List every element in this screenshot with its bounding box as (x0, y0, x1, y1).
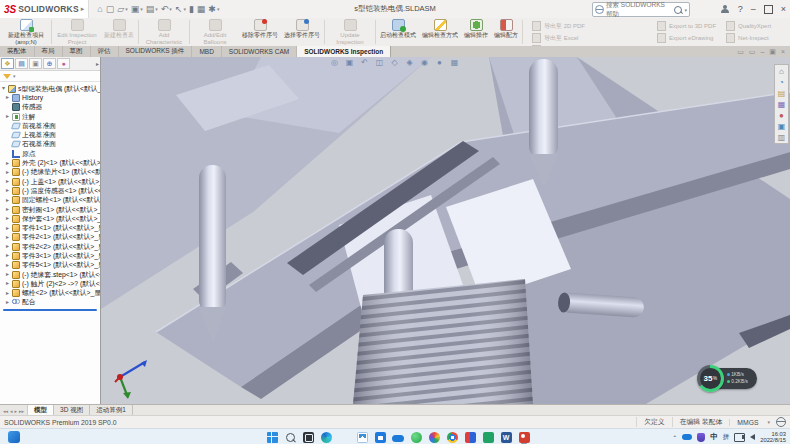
export-excel-button[interactable]: 导出至 Excel (532, 33, 647, 43)
search-icon[interactable] (674, 6, 682, 14)
scene-icon[interactable]: ▦ (449, 57, 460, 68)
onedrive-tray-icon[interactable] (682, 434, 692, 440)
edit-recipe-button[interactable]: 编辑配方 (491, 18, 521, 46)
previous-view-icon[interactable]: ↶ (359, 57, 370, 68)
rollback-bar[interactable] (3, 309, 97, 311)
tree-filter[interactable]: ▾ (0, 71, 100, 82)
qualityxpert-button[interactable]: QualityXpert (726, 21, 771, 31)
tab-layout[interactable]: 布局 (35, 46, 63, 57)
hide-show-items-icon[interactable]: ◉ (419, 57, 430, 68)
custom-properties-icon[interactable]: ▣ (776, 121, 787, 131)
minimize-doc-icon[interactable]: – (760, 48, 764, 55)
appearance-icon[interactable]: ● (434, 57, 445, 68)
start-icon[interactable] (266, 431, 278, 443)
edge-icon[interactable] (320, 431, 332, 443)
app-rainbow-icon[interactable] (428, 431, 440, 443)
store-icon[interactable] (374, 431, 386, 443)
add-edit-balloons-button[interactable]: Add/Edit Balloons (191, 18, 239, 46)
tree-item[interactable]: ▸密封圈<1> (默认<<默认>_显示状 (0, 205, 100, 214)
view-palette-icon[interactable]: ▦ (776, 99, 787, 109)
clock[interactable]: 16:03 2022/8/15 (760, 431, 786, 444)
file-explorer-icon[interactable]: ▤ (776, 88, 787, 98)
print-icon[interactable]: ▤▾ (146, 3, 158, 15)
select-icon[interactable]: ↖▾ (175, 3, 186, 15)
remove-balloon-button[interactable]: 移除零件序号 (239, 18, 281, 46)
task-view-icon[interactable] (302, 431, 314, 443)
tree-item[interactable]: ▸外壳 (2)<1> (默认<<默认>_显示状 (0, 158, 100, 167)
help-icon[interactable]: ? (738, 0, 743, 18)
new-inspection-sheet-button[interactable]: 新建检查表 (101, 18, 137, 46)
open-icon[interactable]: ▱▾ (117, 3, 127, 15)
select-balloon-button[interactable]: 选择零件序号 (281, 18, 323, 46)
tree-item[interactable]: ▸保护套<1> (默认<<默认>_显示状 (0, 214, 100, 223)
rebuild-icon[interactable]: ▮ (189, 3, 194, 15)
tree-item[interactable]: ▸(-) 温度传感器<1> (默认<<默认>_ (0, 186, 100, 195)
export-edrawing-button[interactable]: Export eDrawing (657, 33, 716, 43)
tree-item[interactable]: ▸(-) 绝缘套.step<1> (默认<<默认 (0, 270, 100, 279)
net-inspect-button[interactable]: Net-Inspect (726, 33, 771, 43)
tree-item[interactable]: ▸零件3<1> (默认<<默认>_显示状 (0, 251, 100, 260)
browser-icon[interactable] (446, 431, 458, 443)
menu-expand-arrow-icon[interactable]: ▸ (81, 5, 85, 13)
app-greensquare-icon[interactable] (482, 431, 494, 443)
zoom-area-icon[interactable]: ▣ (344, 57, 355, 68)
tree-item[interactable]: ▸零件1<1> (默认<<默认>_显示状态 (0, 223, 100, 232)
design-library-icon[interactable]: ◔ (776, 77, 787, 87)
edit-inspection-methods-button[interactable]: 编辑检查方式 (419, 18, 461, 46)
solidworks-logo[interactable]: 3S SOLIDWORKS ▸ (0, 0, 89, 18)
appearances-icon[interactable]: ● (776, 110, 787, 120)
help-search-input[interactable]: 搜索 SOLIDWORKS 帮助 ▾ (592, 2, 690, 17)
display-settings-icon[interactable]: ▦ (197, 3, 206, 15)
tree-item[interactable]: ▸(-) 绝缘垫片<1> (默认<<默认>_显 (0, 168, 100, 177)
tree-item[interactable]: 上视基准面 (0, 130, 100, 139)
scroll-right-icon[interactable]: ▸ (15, 408, 18, 414)
file-explorer-icon[interactable] (338, 431, 350, 443)
tree-item[interactable]: ▸注解 (0, 112, 100, 121)
mail-icon[interactable] (356, 431, 368, 443)
tree-item[interactable]: ▸(-) 触片 (2)<2> ->? (默认<<默认> (0, 279, 100, 288)
tile-window-icon[interactable]: ▭ (749, 48, 756, 56)
speaker-icon[interactable] (750, 434, 755, 440)
scroll-first-icon[interactable]: ◂◂ (3, 408, 8, 414)
close-icon[interactable]: × (781, 0, 786, 18)
filter-dropdown-icon[interactable]: ▾ (13, 73, 16, 79)
forum-icon[interactable]: ▥ (776, 132, 787, 142)
tree-item[interactable]: ▸零件5<1> (默认<<默认>_显示状态 (0, 261, 100, 270)
word-icon[interactable]: W (500, 431, 512, 443)
restore-doc-icon[interactable]: ▣ (769, 48, 776, 56)
start-inspection-mode-button[interactable]: 启动检查模式 (377, 18, 419, 46)
propertymanager-tab-icon[interactable]: ▤ (15, 58, 28, 69)
search-icon[interactable] (284, 431, 296, 443)
onedrive-icon[interactable] (392, 431, 404, 443)
display-style-icon[interactable]: ◈ (404, 57, 415, 68)
save-icon[interactable]: ▣▾ (131, 3, 143, 15)
tree-root-item[interactable]: ▾s型铠装热电偶 (默认<默认_显示状态-1 (0, 84, 100, 93)
dimxpertmanager-tab-icon[interactable]: ⊕ (43, 58, 56, 69)
section-view-icon[interactable]: ◫ (374, 57, 385, 68)
sw-resources-icon[interactable]: ⌂ (776, 66, 787, 76)
tree-item[interactable]: 前视基准面 (0, 121, 100, 130)
panel-tabs-overflow-icon[interactable]: ▸ (96, 60, 99, 67)
add-characteristic-button[interactable]: Add Characteristic (140, 18, 188, 46)
tree-item[interactable]: 右视基准面 (0, 140, 100, 149)
new-window-icon[interactable]: ▭ (737, 48, 744, 56)
new-document-icon[interactable]: ▢ (106, 3, 115, 15)
update-inspection-project-button[interactable]: Update Inspection Project (326, 18, 374, 46)
home-icon[interactable]: ⌂ (97, 3, 102, 15)
zoom-fit-icon[interactable]: ◎ (329, 57, 340, 68)
ime-layout-indicator[interactable]: 拼 (723, 433, 730, 442)
edit-operations-button[interactable]: 编辑操作 (461, 18, 491, 46)
login-icon[interactable] (721, 5, 730, 14)
close-doc-icon[interactable]: × (781, 48, 785, 55)
tree-item[interactable]: ▸零件2<2> (默认<<默认>_显示状 (0, 242, 100, 251)
tree-item[interactable]: ▸History (0, 93, 100, 102)
graphics-viewport[interactable]: ◎▣↶◫◇◈◉●▦ ⌂◔▤▦●▣▥ 35% 1KB/s 0.2KB/s (101, 57, 790, 404)
search-dropdown-icon[interactable]: ▾ (684, 7, 687, 13)
tab-solidworks-inspection[interactable]: SOLIDWORKS Inspection (297, 46, 391, 57)
export-2d-pdf-button[interactable]: 导出至 2D PDF (532, 21, 647, 31)
export-3d-pdf-button[interactable]: Export to 3D PDF (657, 21, 716, 31)
app-green-icon[interactable] (410, 431, 422, 443)
units-selector[interactable]: MMGS (729, 419, 765, 426)
tree-item[interactable]: 原点 (0, 149, 100, 158)
scroll-left-icon[interactable]: ◂ (10, 408, 13, 414)
